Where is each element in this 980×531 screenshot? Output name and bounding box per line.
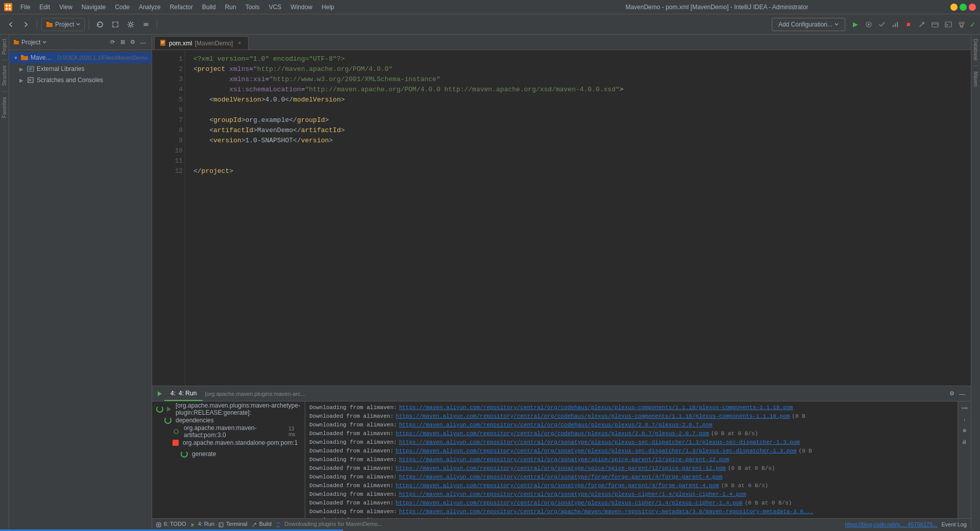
sync-button[interactable]	[93, 18, 107, 31]
svg-rect-20	[21, 55, 23, 57]
output-line-13: Downloading from alimaven: https://maven…	[309, 508, 953, 516]
favorites-tool-label[interactable]: Favorites	[1, 95, 8, 120]
menu-window[interactable]: Window	[286, 3, 316, 12]
editor-content[interactable]: 12345 678910 1112 <?xml version="1.0" en…	[152, 50, 971, 386]
stop-button[interactable]: ■	[902, 18, 915, 31]
output-link-3[interactable]: https://maven.aliyun.com/repository/cent…	[399, 421, 713, 429]
output-scroll-btn[interactable]: ↓	[960, 415, 969, 424]
run-tree-root[interactable]: [org.apache.maven.plugins:maven-archetyp…	[152, 403, 305, 415]
tab-close-button[interactable]: ×	[236, 40, 243, 47]
main-area: Project Structure Favorites Project ⟳ ⊞ …	[0, 35, 980, 529]
tree-item-external-libs[interactable]: ▶ External Libraries	[9, 63, 152, 74]
build-status[interactable]: Build	[252, 521, 272, 527]
panel-sync-btn[interactable]: ⟳	[108, 38, 117, 47]
tree-item-scratches[interactable]: ▶ Scratches and Consoles	[9, 74, 152, 86]
project-dropdown[interactable]: Project	[41, 18, 85, 31]
bottom-minimize-btn[interactable]: —	[958, 389, 967, 398]
output-line-6: Downloaded from alimaven: https://maven.…	[309, 447, 953, 456]
menu-view[interactable]: View	[55, 3, 77, 12]
menu-code[interactable]: Code	[111, 3, 134, 12]
project-tree: ▼ MavenDemo D:\IDEA 2020.1.1\Files\Maven…	[9, 50, 152, 529]
minimize-button[interactable]: —	[950, 4, 958, 11]
scratch-icon	[27, 76, 35, 84]
tree-item-root[interactable]: ▼ MavenDemo D:\IDEA 2020.1.1\Files\Maven…	[9, 52, 152, 63]
structure-tool-label[interactable]: Structure	[1, 63, 8, 88]
svg-rect-17	[14, 41, 19, 44]
output-link-11[interactable]: https://maven.aliyun.com/repository/cent…	[399, 490, 746, 499]
event-log-status[interactable]: Event Log	[941, 521, 967, 527]
output-link-12[interactable]: https://maven.aliyun.com/repository/cent…	[396, 499, 743, 508]
output-area[interactable]: Downloading from alimaven: https://maven…	[305, 401, 958, 518]
settings-button[interactable]	[124, 18, 137, 31]
menu-tools[interactable]: Tools	[241, 3, 264, 12]
coverage-button[interactable]	[876, 18, 888, 31]
project-tool-label[interactable]: Project	[1, 37, 8, 57]
run-button[interactable]: ▶	[849, 18, 862, 31]
terminal-status[interactable]: Terminal	[218, 521, 247, 527]
output-link-5[interactable]: https://maven.aliyun.com/repository/cent…	[399, 438, 800, 447]
forward-button[interactable]	[19, 18, 33, 31]
output-clear-btn[interactable]: ⊗	[960, 426, 969, 435]
tree-root-label: MavenDemo	[31, 54, 53, 61]
menu-file[interactable]: File	[16, 3, 34, 12]
output-link-2[interactable]: https://maven.aliyun.com/repository/cent…	[396, 412, 790, 421]
debug-button[interactable]	[863, 18, 875, 31]
pom-tab-icon	[160, 39, 166, 47]
run-tree-generate[interactable]: generate	[152, 448, 305, 460]
project-panel-header: Project ⟳ ⊞ ⚙ —	[9, 35, 152, 50]
menu-build[interactable]: Build	[198, 3, 220, 12]
add-configuration-button[interactable]: Add Configuration...	[772, 18, 845, 31]
output-link-8[interactable]: https://maven.aliyun.com/repository/cent…	[396, 464, 726, 473]
menu-help[interactable]: Help	[317, 3, 338, 12]
run-icon	[156, 390, 163, 397]
back-button[interactable]	[4, 18, 17, 31]
minimize-panel-button[interactable]	[139, 18, 153, 31]
maven-tool-label[interactable]: Maven	[972, 69, 979, 89]
editor-tab-pom[interactable]: pom.xml [MavenDemo] ×	[154, 36, 249, 49]
output-link-6[interactable]: https://maven.aliyun.com/repository/cent…	[396, 447, 797, 456]
panel-expand-btn[interactable]: ⊞	[118, 38, 127, 47]
run-tree-standalone[interactable]: org.apache.maven.standalone-pom:pom:1	[152, 437, 305, 448]
expand-button[interactable]	[109, 18, 122, 31]
output-link-9[interactable]: https://maven.aliyun.com/repository/cent…	[399, 473, 723, 482]
panel-minimize-btn[interactable]: —	[138, 38, 148, 47]
output-wrap-btn[interactable]: ⟹	[960, 403, 969, 413]
vcs-button[interactable]	[955, 18, 968, 31]
terminal-button[interactable]	[942, 18, 954, 31]
code-editor[interactable]: <?xml version="1.0" encoding="UTF-8"?> <…	[185, 50, 971, 386]
menu-refactor[interactable]: Refactor	[166, 3, 197, 12]
profile-button[interactable]	[889, 18, 901, 31]
bottom-settings-btn[interactable]: ⚙	[947, 389, 957, 398]
open-in-explorer-button[interactable]	[929, 18, 941, 31]
panel-settings-btn[interactable]: ⚙	[128, 38, 137, 47]
bottom-panel: 4: 4: Run [org.apache.maven.plugins:mave…	[152, 386, 971, 518]
status-right: https://blog.csdn.net/p..._45756175... E…	[845, 521, 967, 527]
output-link-10[interactable]: https://maven.aliyun.com/repository/cent…	[396, 482, 719, 490]
close-button[interactable]: ✕	[969, 4, 976, 11]
todo-status[interactable]: 6: TODO	[156, 521, 186, 527]
run-tree-artifact[interactable]: org.apache.maven:maven-artifact:pom:3.0 …	[152, 426, 305, 437]
output-line-5: Downloading from alimaven: https://maven…	[309, 438, 953, 447]
maximize-button[interactable]: □	[960, 4, 967, 11]
menu-run[interactable]: Run	[221, 3, 240, 12]
run-tab-label	[156, 390, 164, 397]
build-button[interactable]	[916, 18, 928, 31]
status-link[interactable]: https://blog.csdn.net/p..._45756175...	[845, 521, 937, 527]
menu-edit[interactable]: Edit	[35, 3, 54, 12]
output-link-1[interactable]: https://maven.aliyun.com/repository/cent…	[399, 403, 793, 412]
menu-analyze[interactable]: Analyze	[135, 3, 165, 12]
output-link-4[interactable]: https://maven.aliyun.com/repository/cent…	[396, 429, 709, 438]
database-tool-label[interactable]: Database	[972, 37, 979, 63]
output-line-7: Downloading from alimaven: https://maven…	[309, 456, 953, 464]
output-print-btn[interactable]: 🖨	[960, 437, 969, 446]
run-status[interactable]: 4: Run	[190, 521, 214, 527]
svg-point-6	[130, 23, 132, 26]
output-link-7[interactable]: https://maven.aliyun.com/repository/cent…	[399, 456, 729, 464]
run-tab[interactable]: 4: 4: Run	[164, 387, 203, 401]
menu-vcs[interactable]: VCS	[265, 3, 286, 12]
library-icon	[27, 65, 35, 73]
output-link-13[interactable]: https://maven.aliyun.com/repository/cent…	[399, 508, 814, 516]
editor-tabs: pom.xml [MavenDemo] ×	[152, 35, 971, 50]
menu-navigate[interactable]: Navigate	[78, 3, 110, 12]
window-title: MavenDemo - pom.xml [MavenDemo] - Intell…	[483, 4, 950, 11]
